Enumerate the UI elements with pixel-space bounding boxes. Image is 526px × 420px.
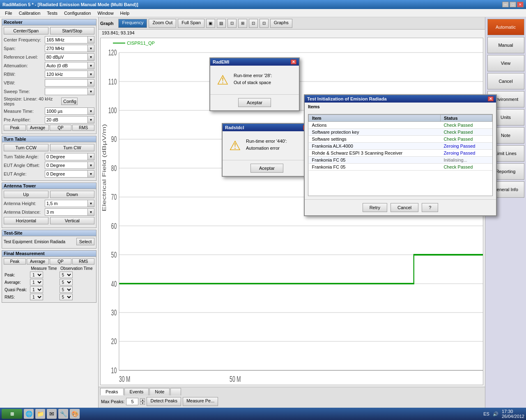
rademi-body: ⚠ Run-time error '28': Out of stack spac… bbox=[210, 66, 299, 94]
rademi-msg-line2: Out of stack space bbox=[234, 79, 272, 86]
item-cell: Frankonia FC 05 bbox=[309, 157, 441, 164]
table-row: Rohde & Schwarz ESPI 3 Scanning Receiver… bbox=[309, 150, 492, 157]
table-row: ActionsCheck Passed bbox=[309, 122, 492, 129]
radstdcl-ok-btn[interactable]: Aceptar bbox=[250, 164, 283, 173]
radstdcl-body: ⚠ Run-time error '440': Automation error bbox=[223, 131, 311, 160]
testinit-title: Test Initialization of Emision Radiada bbox=[307, 96, 387, 101]
testinit-items-area: Item Status ActionsCheck PassedSoftware … bbox=[308, 114, 493, 196]
rademi-ok-btn[interactable]: Aceptar bbox=[238, 98, 271, 107]
table-row: Frankonia FC 05Initialising... bbox=[309, 157, 492, 164]
status-cell: Check Passed bbox=[440, 136, 492, 143]
radstdcl-title: Radstdcl bbox=[225, 125, 244, 130]
radstdcl-msg-line1: Run-time error '440': bbox=[246, 138, 287, 145]
item-cell: Rohde & Schwarz ESPI 3 Scanning Receiver bbox=[309, 150, 441, 157]
testinit-items-header: Items bbox=[305, 103, 496, 111]
status-cell: Check Passed bbox=[440, 164, 492, 171]
testinit-cancel-btn[interactable]: Cancel bbox=[390, 203, 418, 212]
radstdcl-titlebar: Radstdcl ✕ bbox=[223, 124, 311, 131]
retry-btn[interactable]: Retry bbox=[363, 203, 387, 212]
table-row: Frankonia FC 05Check Passed bbox=[309, 164, 492, 171]
rademi-warning-icon: ⚠ bbox=[217, 72, 229, 88]
items-table: Item Status ActionsCheck PassedSoftware … bbox=[308, 114, 492, 171]
testinit-footer: Retry Cancel ? bbox=[305, 199, 496, 215]
status-cell: Check Passed bbox=[440, 122, 492, 129]
table-row: Software protection keyCheck Passed bbox=[309, 129, 492, 136]
radstdcl-warning-icon: ⚠ bbox=[229, 138, 241, 153]
status-cell: Initialising... bbox=[440, 157, 492, 164]
item-cell: Frankonia ALX-4000 bbox=[309, 143, 441, 150]
testinit-titlebar: Test Initialization of Emision Radiada ✕ bbox=[305, 95, 496, 103]
item-cell: Frankonia FC 05 bbox=[309, 164, 441, 171]
table-row: Software settingsCheck Passed bbox=[309, 136, 492, 143]
status-cell: Zeroing Passed bbox=[440, 150, 492, 157]
col-item-header: Item bbox=[309, 115, 441, 122]
test-init-dialog: Test Initialization of Emision Radiada ✕… bbox=[304, 94, 497, 216]
help-btn[interactable]: ? bbox=[422, 203, 438, 212]
rademi-msg-line1: Run-time error '28': bbox=[234, 72, 272, 79]
testinit-close-btn[interactable]: ✕ bbox=[488, 96, 494, 101]
col-status-header: Status bbox=[440, 115, 492, 122]
status-cell: Zeroing Passed bbox=[440, 143, 492, 150]
radstdcl-message: Run-time error '440': Automation error bbox=[246, 138, 287, 151]
radstdcl-footer: Aceptar bbox=[223, 160, 311, 176]
status-cell: Check Passed bbox=[440, 129, 492, 136]
table-row: Frankonia ALX-4000Zeroing Passed bbox=[309, 143, 492, 150]
rademi-footer: Aceptar bbox=[210, 94, 299, 110]
item-cell: Software settings bbox=[309, 136, 441, 143]
rademi-close-btn[interactable]: ✕ bbox=[291, 59, 296, 64]
item-cell: Software protection key bbox=[309, 129, 441, 136]
rademi-message: Run-time error '28': Out of stack space bbox=[234, 72, 272, 86]
radstdcl-msg-line2: Automation error bbox=[246, 145, 287, 152]
rademi-dialog: RadEMI ✕ ⚠ Run-time error '28': Out of s… bbox=[209, 57, 300, 111]
testinit-items-label: Items bbox=[308, 104, 320, 109]
item-cell: Actions bbox=[309, 122, 441, 129]
radstdcl-dialog: Radstdcl ✕ ⚠ Run-time error '440': Autom… bbox=[222, 123, 312, 177]
rademi-title: RadEMI bbox=[213, 59, 229, 64]
modal-overlay: RadEMI ✕ ⚠ Run-time error '28': Out of s… bbox=[0, 0, 526, 420]
rademi-titlebar: RadEMI ✕ bbox=[210, 58, 299, 66]
